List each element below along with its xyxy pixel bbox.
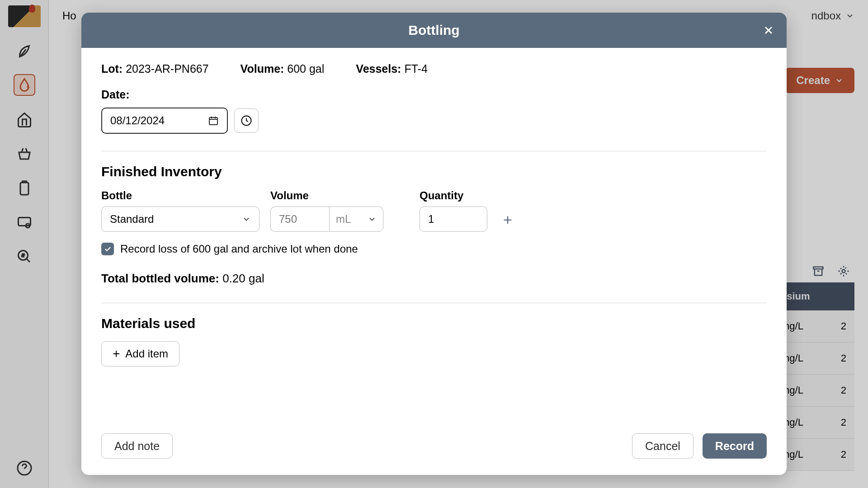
bottling-modal: Bottling Lot: 2023-AR-PN667 Volume: 600 … xyxy=(81,13,787,475)
plus-icon: + xyxy=(503,211,512,229)
total-bottled-label: Total bottled volume: xyxy=(101,272,219,285)
vessels-label: Vessels: xyxy=(356,62,401,75)
lot-label: Lot: xyxy=(101,62,123,75)
date-label: Date: xyxy=(101,88,767,101)
chevron-down-icon xyxy=(242,215,251,224)
bottle-select[interactable]: Standard xyxy=(101,206,259,232)
modal-header: Bottling xyxy=(81,13,787,48)
quantity-label: Quantity xyxy=(420,189,487,202)
divider xyxy=(101,303,767,303)
cancel-button[interactable]: Cancel xyxy=(632,433,693,459)
svg-rect-7 xyxy=(209,117,217,125)
modal-footer: Add note Cancel Record xyxy=(81,433,787,475)
close-icon xyxy=(762,24,775,37)
check-icon xyxy=(104,245,112,253)
bottle-value: Standard xyxy=(110,213,154,225)
add-note-button[interactable]: Add note xyxy=(101,433,173,459)
modal-title: Bottling xyxy=(408,23,459,38)
bottle-label: Bottle xyxy=(101,189,259,202)
add-time-button[interactable] xyxy=(234,108,259,133)
date-value: 08/12/2024 xyxy=(110,114,165,127)
vessels-value: FT-4 xyxy=(404,62,427,75)
materials-title: Materials used xyxy=(101,316,767,331)
unit-value: mL xyxy=(336,213,351,225)
unit-select[interactable]: mL xyxy=(329,206,383,232)
divider xyxy=(101,151,767,151)
meta-row: Lot: 2023-AR-PN667 Volume: 600 gal Vesse… xyxy=(101,62,767,75)
volume-input[interactable] xyxy=(270,206,329,232)
record-button[interactable]: Record xyxy=(703,433,767,459)
close-button[interactable] xyxy=(760,21,778,39)
add-bottle-row-button[interactable]: + xyxy=(498,210,517,229)
calendar-icon xyxy=(208,115,219,126)
fi-volume-label: Volume xyxy=(270,189,383,202)
add-item-label: Add item xyxy=(125,347,168,360)
volume-label: Volume: xyxy=(241,62,284,75)
finished-inventory-title: Finished Inventory xyxy=(101,164,767,179)
quantity-input[interactable] xyxy=(420,206,487,232)
add-item-button[interactable]: + Add item xyxy=(101,341,179,366)
volume-value: 600 gal xyxy=(287,62,324,75)
date-input[interactable]: 08/12/2024 xyxy=(101,108,228,134)
clock-icon xyxy=(240,114,253,127)
record-loss-checkbox[interactable] xyxy=(101,243,114,255)
modal-overlay[interactable]: Bottling Lot: 2023-AR-PN667 Volume: 600 … xyxy=(0,0,868,488)
chevron-down-icon xyxy=(368,215,377,224)
total-bottled-value: 0.20 gal xyxy=(222,272,264,285)
lot-value: 2023-AR-PN667 xyxy=(126,62,208,75)
record-loss-label: Record loss of 600 gal and archive lot w… xyxy=(120,243,358,255)
plus-icon: + xyxy=(113,347,120,360)
